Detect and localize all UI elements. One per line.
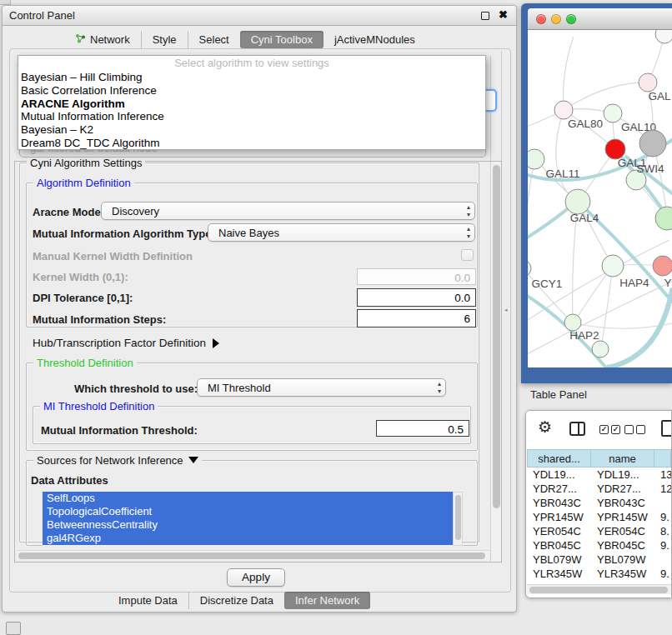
table-cell: 9: [654, 581, 671, 583]
algorithm-option-mutual-information-inference[interactable]: Mutual Information Inference: [18, 110, 485, 123]
mi-threshold-field[interactable]: 0.5: [376, 420, 469, 437]
float-icon[interactable]: [481, 12, 489, 20]
network-node-y[interactable]: [653, 256, 672, 276]
algorithm-option-dream8-dc-tdc-algorithm[interactable]: Dream8 DC_TDC Algorithm: [18, 137, 485, 150]
horizontal-scrollbar[interactable]: [17, 550, 489, 560]
network-node[interactable]: [655, 30, 672, 43]
gear-icon[interactable]: ⚙: [538, 418, 552, 437]
table-scrollbar-thumb[interactable]: [529, 587, 668, 593]
table-cell: [654, 552, 671, 567]
table-cell: YBR045C: [527, 538, 591, 552]
unchecked-checkbox-icon[interactable]: [624, 425, 634, 434]
tab-select[interactable]: Select: [188, 31, 240, 48]
node-label-gal4: GAL4: [570, 212, 599, 224]
tab-impute-data[interactable]: Impute Data: [108, 592, 188, 609]
vertical-scrollbar-thumb[interactable]: [493, 165, 500, 508]
table-row[interactable]: YLR345WYLR345W9.: [527, 567, 671, 581]
close-traffic-light[interactable]: [536, 14, 546, 24]
minimize-traffic-light[interactable]: [551, 14, 561, 24]
column-header-cut[interactable]: [654, 449, 671, 468]
table-cell: YBR043C: [591, 496, 654, 510]
table-row[interactable]: YPR145WYPR145W9.: [527, 510, 671, 524]
network-node[interactable]: [655, 207, 672, 230]
table-cell: YDL19...: [527, 468, 591, 482]
dpi-tolerance-field[interactable]: 0.0: [357, 288, 476, 307]
network-graph[interactable]: GALGAL80GAL10GAL1GAL11SWI4GAL4GCY1HAP4YH…: [528, 30, 672, 368]
algorithm-option-basic-correlation-inference[interactable]: Basic Correlation Inference: [18, 84, 485, 98]
attributes-scrollbar-thumb[interactable]: [455, 495, 461, 540]
vertical-scrollbar[interactable]: [490, 162, 501, 562]
tab-network[interactable]: Network: [64, 31, 141, 48]
unchecked-checkbox-icon[interactable]: [636, 425, 645, 434]
table-cell: YER054C: [527, 524, 591, 538]
attribute-item-selfloops[interactable]: SelfLoops: [43, 492, 453, 505]
tab-style[interactable]: Style: [141, 31, 188, 48]
network-edge[interactable]: [601, 266, 613, 348]
network-node-gal4[interactable]: [565, 189, 590, 214]
node-label-gal: GAL: [648, 90, 671, 102]
table-row[interactable]: YIL052CYIL052C9: [527, 581, 671, 583]
network-edge[interactable]: [564, 37, 574, 110]
algorithm-option-aracne-algorithm[interactable]: ARACNE Algorithm: [18, 98, 485, 111]
attribute-item-gal4rgexp[interactable]: gal4RGexp: [43, 532, 453, 545]
table-horizontal-scrollbar[interactable]: [527, 584, 671, 594]
table-row[interactable]: YDR27...YDR27...12: [527, 482, 671, 496]
table-cell: YPR145W: [591, 510, 654, 524]
splitter-handle[interactable]: ◂: [504, 308, 509, 312]
network-node-hap2[interactable]: [564, 314, 581, 331]
table-cell: YBR043C: [527, 496, 591, 510]
table-row[interactable]: YBR045CYBR045C9.: [527, 538, 671, 552]
network-node-gcy1[interactable]: [528, 260, 531, 277]
manual-kernel-checkbox[interactable]: [461, 249, 474, 261]
which-threshold-value: MI Threshold: [198, 382, 271, 394]
checked-checkbox-icon[interactable]: ✓: [599, 425, 609, 434]
network-canvas[interactable]: GALGAL80GAL10GAL1GAL11SWI4GAL4GCY1HAP4YH…: [528, 30, 672, 368]
table-cell: YIL052C: [527, 581, 591, 583]
node-label-gcy1: GCY1: [532, 278, 563, 290]
algorithm-option-bayesian-hill-climbing[interactable]: Bayesian – Hill Climbing: [18, 71, 485, 84]
algorithm-option-bayesian-k2[interactable]: Bayesian – K2: [18, 123, 485, 137]
table-row[interactable]: YBR043CYBR043C: [527, 496, 671, 510]
which-threshold-combobox[interactable]: MI Threshold ▴▾: [197, 378, 446, 397]
mi-threshold-group-title: MI Threshold Definition: [40, 400, 158, 412]
table-row[interactable]: YBL079WYBL079W: [527, 552, 671, 567]
tab-discretize-data[interactable]: Discretize Data: [188, 592, 284, 609]
network-titlebar[interactable]: [528, 8, 672, 30]
column-header-name[interactable]: name: [591, 449, 654, 468]
network-edge[interactable]: [564, 82, 648, 110]
aracne-mode-value: Discovery: [102, 205, 159, 218]
network-node[interactable]: [592, 341, 609, 358]
hub-definition-toggle[interactable]: Hub/Transcription Factor Definition: [33, 337, 219, 349]
table-row[interactable]: YDL19...YDL19...13: [527, 468, 671, 482]
horizontal-scrollbar-thumb[interactable]: [18, 552, 485, 559]
aracne-mode-combobox[interactable]: Discovery ▴▾: [101, 202, 475, 220]
close-icon[interactable]: ✖: [499, 8, 508, 21]
zoom-traffic-light[interactable]: [566, 14, 576, 24]
attribute-item-topologicalcoefficient[interactable]: TopologicalCoefficient: [43, 505, 453, 518]
columns-icon[interactable]: [569, 422, 585, 436]
export-table-icon[interactable]: [661, 420, 672, 437]
data-attributes-label: Data Attributes: [31, 474, 108, 487]
attributes-scrollbar[interactable]: [453, 492, 463, 546]
network-node-gal10[interactable]: [604, 104, 622, 122]
mi-type-combobox[interactable]: Naive Bayes ▴▾: [208, 223, 475, 242]
minimized-panel-icon[interactable]: [6, 622, 21, 635]
network-node[interactable]: [639, 130, 666, 157]
apply-button[interactable]: Apply: [227, 568, 285, 587]
network-node-gal[interactable]: [639, 73, 657, 92]
mi-steps-field[interactable]: 6: [357, 309, 476, 328]
tab-cyni-toolbox[interactable]: Cyni Toolbox: [240, 31, 323, 48]
kernel-width-field[interactable]: 0.0: [357, 268, 476, 285]
column-header-shared[interactable]: shared...: [527, 449, 591, 468]
checked-checkbox-icon[interactable]: ✓: [611, 425, 620, 434]
table-cell: YDL19...: [591, 468, 654, 482]
network-node-hap4[interactable]: [602, 255, 624, 277]
network-node-gal11[interactable]: [528, 149, 544, 169]
attribute-item-betweennesscentrality[interactable]: BetweennessCentrality: [43, 518, 453, 532]
tab-jactivemnodules[interactable]: jActiveMNodules: [323, 31, 426, 48]
tab-infer-network[interactable]: Infer Network: [284, 592, 370, 609]
network-node-gal80[interactable]: [554, 101, 573, 119]
expanded-arrow-icon: [188, 457, 198, 463]
table-row[interactable]: YER054CYER054C8.: [527, 524, 671, 538]
bottom-tab-bar: Impute DataDiscretize DataInfer Network: [108, 592, 370, 609]
